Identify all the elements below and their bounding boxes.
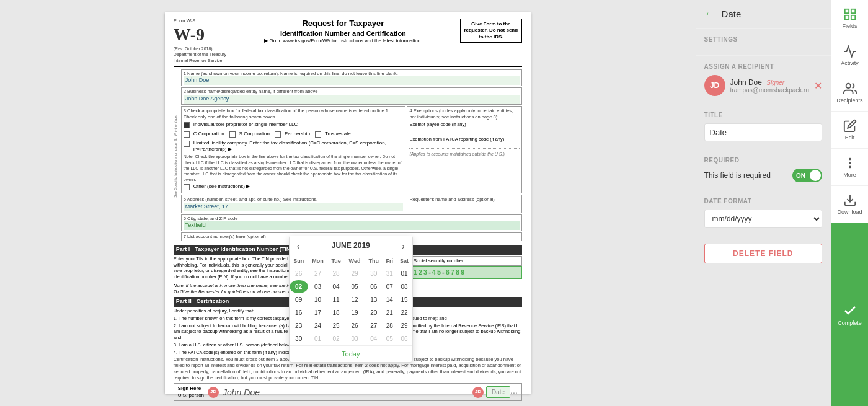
required-toggle[interactable]: ON [792,169,822,182]
activity-label: Activity [841,60,859,66]
cal-day[interactable]: 15 [396,293,412,306]
cal-day[interactable]: 02 [290,280,308,293]
date-format-select[interactable]: mm/dd/yyyy dd/mm/yyyy yyyy/mm/dd [704,210,822,228]
cal-fri: Fri [383,256,396,267]
sign-here-area: Sign Here U.S. person JD John Doe JD Dat… [174,383,522,401]
icon-bar-more[interactable]: More [831,149,868,186]
llc-checkbox[interactable] [184,141,190,147]
icon-bar-edit[interactable]: Edit [831,112,868,149]
cal-day[interactable]: 30 [365,267,383,280]
cal-day[interactable]: 12 [345,293,365,306]
cal-day[interactable]: 29 [396,319,412,332]
cal-next-button[interactable]: › [402,241,405,251]
cal-day[interactable]: 26 [290,267,308,280]
cal-day[interactable]: 05 [345,280,365,293]
date-field-inline[interactable]: Date [486,386,510,398]
svg-point-7 [849,167,851,168]
cal-day[interactable]: 21 [383,306,396,319]
cal-day[interactable]: 17 [308,306,328,319]
cal-day[interactable]: 20 [365,306,383,319]
cal-day[interactable]: 06 [396,332,412,345]
svg-rect-2 [844,15,848,19]
cal-prev-button[interactable]: ‹ [297,241,300,251]
title-input[interactable] [704,123,822,141]
cal-day[interactable]: 01 [396,267,412,280]
ssn-d5: 5 [437,268,441,276]
recipient-name: John Doe [730,78,762,87]
cal-day[interactable]: 16 [290,306,308,319]
cal-day[interactable]: 25 [327,319,344,332]
delete-field-button[interactable]: DELETE FIELD [704,244,822,263]
other-checkbox[interactable] [184,184,190,190]
ccorp-checkbox[interactable] [184,131,190,138]
cal-day[interactable]: 13 [365,293,383,306]
cal-day[interactable]: 14 [383,293,396,306]
cal-day[interactable]: 22 [396,306,412,319]
cal-day[interactable]: 19 [345,306,365,319]
ssn-numbers: 1 2 3 - 4 5 - 6 7 8 9 [410,266,522,278]
llc-row: Limited liability company. Enter the tax… [184,140,404,153]
field6-container: 6 City, state, and ZIP code Textfield [181,214,522,232]
part1-label: Taxpayer Identification Number (TIN) [195,246,292,254]
edit-icon [843,119,857,133]
svg-rect-0 [844,9,848,13]
form-rev: (Rev. October 2018) [174,46,226,51]
field6-input[interactable]: Textfield [184,221,520,230]
signature-value: John Doe [223,387,260,398]
cal-day[interactable]: 07 [383,280,396,293]
cal-day[interactable]: 28 [383,319,396,332]
svg-point-5 [849,159,851,160]
settings-label-section: SETTINGS [696,29,831,56]
individual-label: Individual/sole proprietor or single-mem… [193,121,298,128]
cal-day[interactable]: 23 [290,319,308,332]
form-irs: Internal Revenue Service [174,58,226,63]
cal-day[interactable]: 03 [345,332,365,345]
icon-bar-activity[interactable]: Activity [831,37,868,74]
cal-day[interactable]: 26 [345,319,365,332]
back-button[interactable]: ← [704,7,715,20]
cal-day[interactable]: 27 [308,267,328,280]
cal-day[interactable]: 31 [383,267,396,280]
icon-bar-complete[interactable]: Complete [831,223,868,406]
field5-input[interactable]: Market Street, 17 [184,203,404,211]
cal-day[interactable]: 08 [396,280,412,293]
cal-day[interactable]: 03 [308,280,328,293]
scorp-checkbox[interactable] [229,131,236,138]
more-dots-icon[interactable]: ··· [510,387,518,398]
icon-bar-fields[interactable]: Fields [831,0,868,37]
svg-rect-1 [851,9,854,13]
cal-day[interactable]: 27 [365,319,383,332]
cal-day[interactable]: 24 [308,319,328,332]
cal-day[interactable]: 28 [327,267,344,280]
icon-bar: Fields Activity Recipients Edit [831,0,868,406]
form-w9-title: W-9 [174,24,226,46]
partnership-checkbox[interactable] [275,131,281,138]
cal-day[interactable]: 02 [327,332,344,345]
cal-day[interactable]: 06 [365,280,383,293]
cal-day[interactable]: 09 [290,293,308,306]
cal-day[interactable]: 30 [290,332,308,345]
cal-day[interactable]: 01 [308,332,328,345]
remove-recipient-button[interactable]: ✕ [814,80,822,92]
complete-icon [843,303,857,318]
cal-day[interactable]: 10 [308,293,328,306]
field2-input[interactable]: John Doe Agency [184,95,520,104]
scorp-label: S Corporation [239,131,270,137]
trust-checkbox[interactable] [315,131,321,138]
cal-day[interactable]: 04 [365,332,383,345]
cal-day[interactable]: 18 [327,306,344,319]
individual-checkbox[interactable] [184,122,190,128]
cal-day[interactable]: 11 [327,293,344,306]
exempt-payee: Exempt payee code (if any) [409,120,519,136]
cal-day[interactable]: 04 [327,280,344,293]
field1-input[interactable]: John Doe [184,76,520,85]
more-icon [843,156,857,170]
icon-bar-download[interactable]: Download [831,186,868,223]
calendar-overlay: ‹ JUNE 2019 › Sun Mon Tue Wed Thu Fri Sa [289,236,413,363]
required-row: This field is required ON [704,169,822,182]
sign-jd-badge: JD [208,387,219,398]
cal-day[interactable]: 29 [345,267,365,280]
icon-bar-recipients[interactable]: Recipients [831,74,868,112]
cal-day[interactable]: 05 [383,332,396,345]
cal-today-button[interactable]: Today [290,345,412,362]
